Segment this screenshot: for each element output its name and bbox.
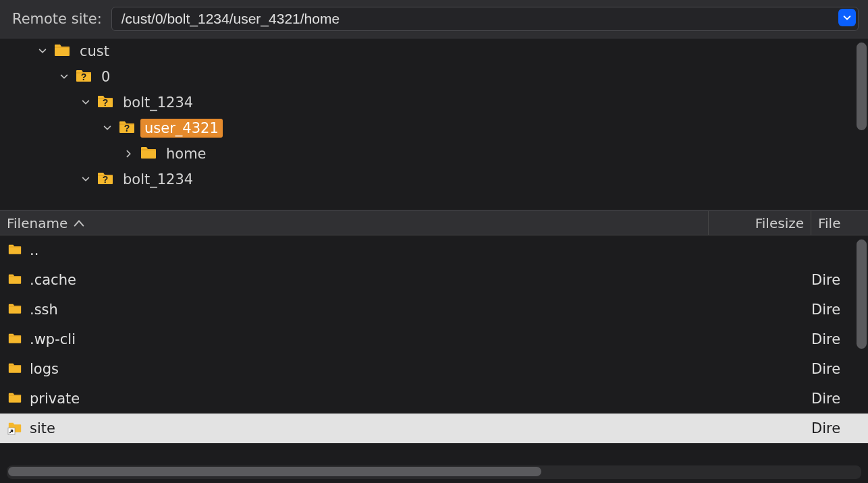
folder-unknown-icon	[119, 120, 135, 137]
folder-unknown-icon	[97, 171, 113, 188]
tree-item-label: user_4321	[140, 119, 223, 138]
file-list-header: Filename Filesize File	[0, 211, 868, 235]
folder-icon	[0, 244, 30, 257]
horizontal-scrollbar-thumb[interactable]	[8, 467, 541, 476]
tree-item[interactable]: cust	[0, 38, 868, 64]
tree-item-label: bolt_1234	[119, 93, 197, 112]
folder-icon	[54, 43, 70, 60]
file-list-scrollbar-thumb[interactable]	[857, 239, 867, 349]
file-name: .wp-cli	[30, 331, 709, 347]
tree-item[interactable]: bolt_1234	[0, 167, 868, 192]
chevron-down-icon[interactable]	[101, 123, 113, 133]
folder-icon	[0, 303, 30, 316]
folder-icon	[140, 146, 157, 163]
tree-item-label: home	[162, 144, 211, 163]
file-row[interactable]: ..	[0, 235, 868, 265]
folder-icon	[0, 392, 30, 405]
tree-scrollbar-thumb[interactable]	[857, 42, 867, 130]
folder-icon	[0, 333, 30, 346]
file-name: private	[30, 391, 709, 407]
chevron-down-icon[interactable]	[80, 98, 92, 107]
file-name: .ssh	[30, 302, 709, 318]
path-dropdown-button[interactable]	[838, 9, 856, 26]
file-type: Dire	[811, 331, 852, 347]
tree-item-label: 0	[97, 67, 114, 86]
remote-site-bar: Remote site:	[0, 0, 868, 38]
file-type: Dire	[811, 302, 852, 318]
file-type: Dire	[811, 272, 852, 288]
file-row[interactable]: siteDire	[0, 414, 868, 443]
tree-item-label: bolt_1234	[119, 170, 197, 189]
file-name: site	[30, 420, 709, 436]
column-header-filetype-label: File	[818, 215, 840, 231]
file-type: Dire	[811, 420, 852, 436]
file-name: logs	[30, 361, 709, 377]
file-type: Dire	[811, 391, 852, 407]
column-header-filename[interactable]: Filename	[0, 211, 709, 235]
directory-tree-pane: cust0bolt_1234user_4321homebolt_1234	[0, 38, 868, 211]
column-header-filesize-label: Filesize	[755, 215, 804, 231]
tree-item[interactable]: user_4321	[0, 115, 868, 141]
file-row[interactable]: logsDire	[0, 354, 868, 384]
file-row[interactable]: privateDire	[0, 384, 868, 414]
chevron-right-icon[interactable]	[123, 149, 135, 159]
column-header-filename-label: Filename	[7, 215, 67, 231]
folder-unknown-icon	[97, 94, 113, 111]
sort-ascending-icon	[73, 219, 85, 228]
file-row[interactable]: .cacheDire	[0, 265, 868, 295]
folder-icon	[0, 362, 30, 376]
folder-icon	[0, 273, 30, 287]
tree-item[interactable]: bolt_1234	[0, 90, 868, 115]
file-name: ..	[30, 242, 709, 258]
chevron-down-icon[interactable]	[58, 72, 70, 82]
folder-unknown-icon	[76, 69, 92, 86]
tree-item-label: cust	[76, 42, 113, 61]
remote-path-input[interactable]	[111, 7, 859, 31]
tree-item[interactable]: 0	[0, 64, 868, 90]
folder-shortcut-icon	[0, 422, 30, 435]
file-row[interactable]: .sshDire	[0, 295, 868, 324]
chevron-down-icon[interactable]	[80, 175, 92, 184]
file-list-pane: ...cacheDire.sshDire.wp-cliDirelogsDirep…	[0, 235, 868, 463]
file-row[interactable]: .wp-cliDire	[0, 324, 868, 354]
horizontal-scrollbar-track[interactable]	[7, 465, 861, 479]
file-name: .cache	[30, 272, 709, 288]
chevron-down-icon	[842, 13, 852, 22]
chevron-down-icon[interactable]	[36, 47, 49, 56]
tree-item[interactable]: home	[0, 141, 868, 167]
remote-site-label: Remote site:	[12, 11, 102, 27]
file-type: Dire	[811, 361, 852, 377]
column-header-filesize[interactable]: Filesize	[709, 211, 811, 235]
column-header-filetype[interactable]: File	[811, 211, 852, 235]
